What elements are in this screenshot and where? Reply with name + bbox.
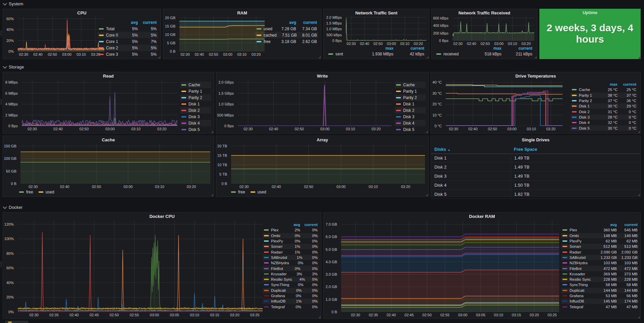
legend-item-cache[interactable]: Cache: [180, 82, 211, 88]
panel-title[interactable]: Uptime: [539, 10, 641, 15]
row-header-docker[interactable]: Docker: [3, 205, 22, 210]
legend-item-disk-3[interactable]: Disk 328 °C0 °C: [571, 114, 638, 120]
legend-item-disk-1[interactable]: Disk 1: [395, 101, 426, 107]
legend-item-telegraf[interactable]: Telegraf47 MB47 MB: [561, 304, 639, 309]
column-header-disks[interactable]: Disks▲: [431, 147, 511, 152]
legend-item-parity-2[interactable]: Parity 2: [180, 94, 211, 101]
legend-item-krusader[interactable]: Krusader3%3%: [263, 271, 319, 277]
legend-item-nzbhydra[interactable]: NZBHydra0%0%: [263, 260, 319, 266]
legend-column-header[interactable]: current: [617, 223, 638, 227]
legend-item-disk-1[interactable]: Disk 130 °C29 °C: [571, 103, 638, 109]
legend-item-sent[interactable]: sent1.938 MBps42 kBps: [327, 51, 426, 57]
panel-resize-handle[interactable]: [638, 131, 640, 133]
row-header-system[interactable]: System: [3, 1, 23, 6]
panel-resize-handle[interactable]: [534, 56, 537, 58]
legend-item-parity-1[interactable]: Parity 1: [180, 88, 211, 94]
legend-item-plexpy[interactable]: PlexPy0%0%: [263, 238, 319, 244]
legend-item-disk-2[interactable]: Disk 231 °C0 °C: [571, 109, 638, 114]
legend-item-cache[interactable]: Cache25 °C25 °C: [571, 87, 638, 92]
panel-resize-handle[interactable]: [318, 56, 321, 58]
panel-resize-handle[interactable]: [638, 316, 640, 318]
legend-item-disk-3[interactable]: Disk 3: [395, 113, 426, 120]
legend-item-radarr[interactable]: Radarr2.090 GB2.092 GB: [561, 249, 639, 255]
legend-column-header[interactable]: current: [393, 46, 424, 51]
panel-title[interactable]: Network Traffic Received: [432, 10, 537, 15]
legend-item-disk-5[interactable]: Disk 530 °C0 °C: [571, 125, 638, 131]
legend-item-cache[interactable]: Cache: [395, 82, 426, 88]
legend-item-disk-5[interactable]: Disk 5: [395, 126, 426, 133]
legend-item-filebot[interactable]: FileBot0%0%: [263, 266, 319, 271]
row-drag-handle[interactable]: [1, 99, 2, 105]
legend-column-header[interactable]: current: [300, 223, 318, 227]
column-header-free-space[interactable]: Free Space: [511, 147, 640, 152]
legend-item-telegraf[interactable]: Telegraf0%0%: [263, 304, 319, 309]
legend-item-plex[interactable]: Plex360 MB545 MB: [561, 227, 639, 233]
legend-item-used[interactable]: used: [251, 189, 266, 195]
legend-item-grafana[interactable]: Grafana53 MB56 MB: [561, 293, 639, 298]
panel-title[interactable]: Docker CPU: [3, 214, 321, 219]
legend-item-received[interactable]: received518 kBps211 kBps: [435, 51, 534, 57]
panel-title[interactable]: Write: [216, 74, 428, 79]
panel-resize-handle[interactable]: [638, 194, 640, 196]
legend-item-syncthing[interactable]: SyncThing58 MB58 MB: [561, 282, 639, 287]
legend-item-sabnzbd[interactable]: SABnzbd1.233 GB1.233 GB: [561, 255, 639, 260]
panel-resize-handle[interactable]: [211, 194, 213, 196]
legend-item-used[interactable]: used7.28 GB7.34 GB: [255, 26, 318, 32]
legend-item-disk-5[interactable]: Disk 5: [180, 126, 211, 133]
legend-item-free[interactable]: free3.18 GB2.62 GB: [255, 38, 318, 45]
legend-item-free[interactable]: free: [19, 189, 33, 195]
legend-item-free[interactable]: free: [231, 189, 245, 195]
legend-item-resilio-sync[interactable]: Resilio Sync228 MB228 MB: [561, 277, 639, 282]
panel-title[interactable]: Read: [3, 74, 214, 79]
legend-item-influxdb[interactable]: InfluxDB1%0%: [263, 298, 319, 304]
panel-title[interactable]: RAM: [163, 10, 321, 15]
panel-title[interactable]: Array: [216, 137, 428, 142]
legend-item-duplicati[interactable]: Duplicati144 MB144 MB: [561, 288, 639, 293]
row-drag-handle[interactable]: [1, 262, 2, 267]
legend-item-disk-3[interactable]: Disk 3: [180, 113, 211, 120]
legend-column-header[interactable]: current: [138, 20, 157, 25]
collapsed-row-partial[interactable]: [5, 321, 29, 323]
legend-item-ombi[interactable]: Ombi0%0%: [263, 233, 319, 238]
legend-column-header[interactable]: avg: [119, 20, 138, 25]
row-header-storage[interactable]: Storage: [3, 64, 24, 70]
legend-item-parity-2[interactable]: Parity 2: [395, 94, 426, 101]
legend-item-parity-2[interactable]: Parity 237 °C36 °C: [571, 98, 638, 103]
legend-column-header[interactable]: avg: [283, 223, 300, 227]
legend-column-header[interactable]: current: [618, 82, 636, 86]
legend-item-used[interactable]: used: [39, 189, 54, 195]
legend-item-sabnzbd[interactable]: SABnzbd1%0%: [263, 255, 319, 260]
panel-resize-handle[interactable]: [426, 131, 428, 133]
legend-column-header[interactable]: max: [471, 46, 501, 51]
legend-item-ombi[interactable]: Ombi148 MB149 MB: [561, 233, 639, 238]
legend-item-plex[interactable]: Plex2%0%: [263, 227, 319, 233]
panel-title[interactable]: Drive Temperatures: [431, 74, 640, 79]
legend-item-total[interactable]: Total5%5%: [98, 26, 158, 32]
legend-column-header[interactable]: current: [296, 20, 317, 25]
legend-column-header[interactable]: max: [599, 82, 618, 86]
panel-resize-handle[interactable]: [318, 316, 321, 318]
panel-resize-handle[interactable]: [211, 131, 213, 133]
legend-item-nzbhydra[interactable]: NZBHydra103 MB103 MB: [561, 260, 639, 266]
legend-column-header[interactable]: current: [501, 46, 532, 51]
legend-item-resilio-sync[interactable]: Resilio Sync4%5%: [263, 277, 319, 282]
legend-item-influxdb[interactable]: InfluxDB145 MB174 MB: [561, 298, 639, 304]
legend-item-core-1[interactable]: Core 15%7%: [98, 38, 158, 45]
row-drag-handle[interactable]: [1, 31, 2, 36]
legend-item-disk-1[interactable]: Disk 1: [180, 101, 211, 107]
legend-item-core-2[interactable]: Core 25%5%: [98, 45, 158, 51]
legend-item-grafana[interactable]: Grafana0%0%: [263, 293, 319, 298]
legend-item-disk-4[interactable]: Disk 432 °C0 °C: [571, 120, 638, 125]
legend-item-plexpy[interactable]: PlexPy62 MB62 MB: [561, 238, 639, 244]
legend-item-radarr[interactable]: Radarr1%0%: [263, 249, 319, 255]
panel-title[interactable]: Single Drives: [431, 137, 640, 142]
panel-resize-handle[interactable]: [158, 56, 160, 58]
panel-resize-handle[interactable]: [426, 56, 429, 58]
legend-item-sonarr[interactable]: Sonarr1%0%: [263, 244, 319, 249]
legend-item-disk-2[interactable]: Disk 2: [395, 107, 426, 113]
legend-item-duplicati[interactable]: Duplicati0%0%: [263, 288, 319, 293]
legend-item-cached[interactable]: cached7.51 GB8.01 GB: [255, 32, 318, 38]
panel-title[interactable]: CPU: [3, 10, 161, 15]
panel-title[interactable]: Docker RAM: [324, 214, 640, 219]
legend-item-krusader[interactable]: Krusader369 MB373 MB: [561, 271, 639, 277]
